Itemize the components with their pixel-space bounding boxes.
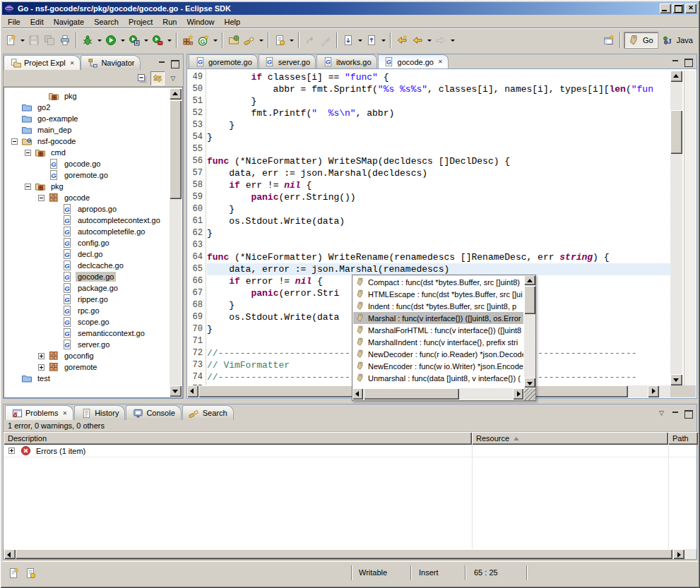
external-tools-button[interactable] <box>150 32 165 48</box>
tree-item-ripper-go[interactable]: Gripper.go <box>52 294 110 305</box>
open-resource-button[interactable] <box>226 32 242 48</box>
scroll-up-button[interactable] <box>670 71 682 82</box>
tree-item-declcache-go[interactable]: Gdeclcache.go <box>52 260 126 271</box>
code-line-62[interactable]: } <box>207 227 670 239</box>
scroll-down-button[interactable] <box>170 385 182 397</box>
scroll-right-button[interactable] <box>513 388 523 400</box>
popup-vertical-scrollbar[interactable] <box>524 275 535 388</box>
run-history-dropdown[interactable] <box>142 32 150 48</box>
tree-item-gocode[interactable]: gocode <box>38 192 92 203</box>
problems-horizontal-scrollbar[interactable] <box>4 549 696 559</box>
scroll-left-button[interactable] <box>4 549 16 559</box>
tree-item-goconfig[interactable]: goconfig <box>38 350 96 361</box>
maximize-view-button[interactable] <box>170 59 180 68</box>
scroll-thumb[interactable] <box>170 100 182 199</box>
code-line-50[interactable]: abbr = fmt.Sprintf("%s %s%s", classes[i]… <box>207 83 670 95</box>
next-annotation-button[interactable] <box>340 32 356 48</box>
tree-item-rpc-go[interactable]: Grpc.go <box>52 305 102 316</box>
tree-item-nsf-gocode[interactable]: Gnsf-gocode <box>11 136 78 147</box>
code-line-53[interactable]: } <box>207 119 670 131</box>
scroll-thumb[interactable] <box>670 110 682 154</box>
problems-tab-search[interactable]: Search <box>182 405 234 420</box>
tree-item-decl-go[interactable]: Gdecl.go <box>52 248 105 260</box>
scroll-up-button[interactable] <box>524 275 535 285</box>
tree-item-cmd[interactable]: cmd <box>25 147 68 158</box>
completion-item[interactable]: Compact : func(dst *bytes.Buffer, src []… <box>353 276 523 288</box>
minimize-view-button[interactable] <box>670 409 681 419</box>
expander-plus-icon[interactable] <box>38 364 45 371</box>
scroll-left-button[interactable] <box>187 385 198 397</box>
run-dropdown[interactable] <box>119 32 126 48</box>
popup-resize-grip[interactable] <box>524 388 535 400</box>
code-line-56[interactable]: func (*NiceFormatter) WriteSMap(decldesc… <box>207 155 670 167</box>
problems-row-errors[interactable]: Errors (1 item) <box>4 445 696 457</box>
menu-navigate[interactable]: Navigate <box>49 16 89 28</box>
view-menu-button[interactable] <box>658 409 668 419</box>
new-go-type-button[interactable]: G <box>196 32 211 48</box>
explorer-tab-project-expl[interactable]: Project Expl✕ <box>4 55 81 70</box>
tree-item-go-example[interactable]: go-example <box>11 113 80 124</box>
completion-item[interactable]: HTMLEscape : func(dst *bytes.Buffer, src… <box>353 288 523 300</box>
tree-item-test[interactable]: test <box>11 373 52 384</box>
tree-item-go2[interactable]: go2 <box>11 102 52 113</box>
scroll-up-button[interactable] <box>170 88 182 100</box>
tree-item-main-dep[interactable]: main_dep <box>11 124 73 136</box>
tree-item-gocode-go[interactable]: Ggocode.go <box>52 271 116 282</box>
code-line-54[interactable]: } <box>207 131 670 143</box>
tree-item-package-go[interactable]: Gpackage.go <box>52 282 120 294</box>
minimize-view-button[interactable] <box>157 59 167 68</box>
new-wizard-button[interactable] <box>3 32 18 48</box>
menu-file[interactable]: File <box>3 16 25 28</box>
code-line-59[interactable]: panic(err.String()) <box>207 191 670 203</box>
tree-item-goremote-go[interactable]: Ggoremote.go <box>38 169 110 181</box>
maximize-button[interactable] <box>672 4 684 13</box>
menu-edit[interactable]: Edit <box>25 16 49 28</box>
minimize-button[interactable] <box>660 4 671 13</box>
column-header-description[interactable]: Description <box>4 432 472 445</box>
tree-item-semanticcontext-go[interactable]: Gsemanticcontext.go <box>52 328 147 339</box>
new-go-type-dropdown[interactable] <box>211 32 219 48</box>
minimize-view-button[interactable] <box>670 58 681 67</box>
open-perspective-button[interactable] <box>601 32 617 48</box>
code-line-63[interactable] <box>207 239 670 251</box>
view-menu-button[interactable]: ▽ <box>166 71 180 85</box>
scroll-thumb[interactable] <box>524 286 535 314</box>
run-button[interactable] <box>103 32 119 48</box>
expander-minus-icon[interactable] <box>11 138 18 145</box>
debug-dropdown[interactable] <box>95 32 103 48</box>
new-go-package-button[interactable] <box>180 32 196 48</box>
menu-help[interactable]: Help <box>220 16 246 28</box>
scroll-right-button[interactable] <box>673 549 684 559</box>
completion-item[interactable]: Indent : func(dst *bytes.Buffer, src []u… <box>353 300 523 312</box>
next-annotation-dropdown[interactable] <box>356 32 364 48</box>
scroll-left-button[interactable] <box>352 388 363 400</box>
tree-item-pkg[interactable]: pkg <box>38 90 79 102</box>
tree-item-pkg[interactable]: pkg <box>25 181 66 192</box>
column-header-resource[interactable]: Resource <box>472 432 668 445</box>
code-line-52[interactable]: fmt.Printf(" %s\n", abbr) <box>207 107 670 119</box>
maximize-view-button[interactable] <box>683 409 694 419</box>
search-dropdown[interactable] <box>257 32 265 48</box>
expander-minus-icon[interactable] <box>25 150 31 156</box>
popup-horizontal-scrollbar[interactable] <box>352 388 523 400</box>
expander-minus-icon[interactable] <box>25 184 31 190</box>
completion-item[interactable]: Unmarshal : func(data []uint8, v interfa… <box>353 372 523 384</box>
scroll-thumb[interactable] <box>16 549 672 559</box>
last-edit-button[interactable] <box>272 32 287 48</box>
editor-tab-gocode-go[interactable]: Ggocode.go✕ <box>378 54 449 68</box>
completion-item[interactable]: Marshal : func(v interface{}) ([]uint8, … <box>353 312 523 324</box>
print-button[interactable] <box>57 32 73 48</box>
scroll-down-button[interactable] <box>670 374 682 385</box>
editor-vertical-scrollbar[interactable] <box>670 71 682 385</box>
code-line-55[interactable] <box>207 143 670 155</box>
run-history-button[interactable] <box>126 32 142 48</box>
tree-item-goremote[interactable]: goremote <box>38 361 99 373</box>
perspective-java[interactable]: JJava <box>658 32 697 49</box>
completion-item[interactable]: NewEncoder : func(w io.Writer) *json.Enc… <box>353 360 523 372</box>
back-star-button[interactable] <box>394 32 410 48</box>
fast-view-button[interactable] <box>6 566 20 580</box>
collapse-all-button[interactable] <box>135 71 149 85</box>
expander-minus-icon[interactable] <box>38 195 45 201</box>
scroll-right-button[interactable] <box>648 385 659 397</box>
code-line-64[interactable]: func (*NiceFormatter) WriteRename(rename… <box>207 251 670 263</box>
